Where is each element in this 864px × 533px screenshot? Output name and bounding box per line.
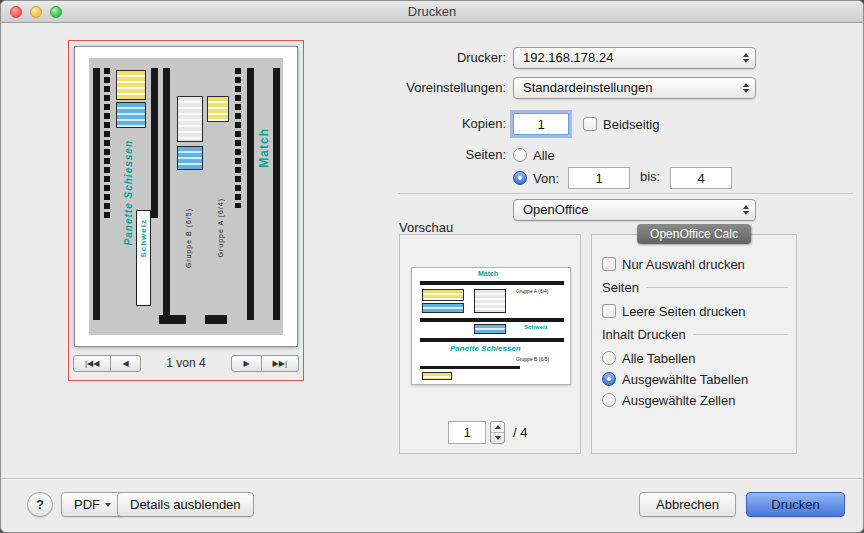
table-cells [116, 70, 146, 100]
close-button[interactable] [10, 6, 22, 18]
table-cells [422, 372, 452, 380]
calc-options-panel: OpenOffice Calc Nur Auswahl drucken Seit… [591, 234, 797, 454]
table-bar [235, 68, 241, 208]
table-bar [159, 315, 186, 324]
presets-select[interactable]: Standardeinstellungen [513, 77, 756, 99]
selected-sheets-radio[interactable] [602, 372, 616, 386]
table-cells [177, 146, 203, 170]
selected-cells-label: Ausgewählte Zellen [622, 393, 735, 408]
table-bar [420, 366, 520, 369]
first-page-button[interactable]: |◀◀ [73, 355, 111, 372]
table-cells [422, 303, 464, 313]
team-cell: Schweiz [136, 210, 151, 306]
help-button[interactable]: ? [27, 492, 53, 517]
pages-all-radio-row[interactable]: Alle [513, 146, 555, 164]
table-bar [420, 318, 564, 322]
empty-pages-checkbox[interactable] [602, 304, 616, 318]
preview-pagination: |◀◀ ◀ 1 von 4 ▶ ▶▶| [73, 355, 299, 372]
table-cells [474, 289, 506, 313]
popup-arrows-icon [743, 205, 749, 215]
hide-details-button[interactable]: Details ausblenden [117, 492, 254, 517]
selected-sheets-radio-row[interactable]: Ausgewählte Tabellen [602, 370, 748, 388]
sheet-team-text: Schweiz [524, 324, 548, 330]
table-bar [420, 281, 564, 285]
only-selection-checkbox[interactable] [602, 257, 616, 271]
popup-arrows-icon [743, 83, 749, 93]
empty-pages-label: Leere Seiten drucken [622, 304, 746, 319]
sheet-group-a-text: Gruppe A (6/4) [217, 198, 224, 258]
print-button[interactable]: Drucken [746, 492, 845, 517]
app-options-select-value: OpenOffice [523, 202, 589, 217]
chevron-down-icon [105, 503, 111, 507]
table-cells [422, 289, 464, 301]
sheet-team-text: Schweiz [139, 219, 148, 258]
empty-pages-checkbox-row[interactable]: Leere Seiten drucken [602, 302, 746, 320]
page-counter-label: 1 von 4 [166, 355, 205, 372]
vorschau-box: Match Gruppe A (6/4) Schweiz Panette Sch… [399, 234, 581, 454]
stepper-down-icon[interactable] [495, 436, 501, 440]
pages-range-radio[interactable] [513, 171, 527, 185]
sheet-group-b-text: Gruppe B (6/5) [516, 356, 549, 362]
duplex-checkbox[interactable] [583, 117, 597, 131]
pages-group-label-text: Seiten [602, 280, 639, 295]
sheet-title-text: Match [478, 270, 498, 277]
zoom-button[interactable] [50, 6, 62, 18]
selected-cells-radio-row[interactable]: Ausgewählte Zellen [602, 391, 735, 409]
duplex-checkbox-row[interactable]: Beidseitig [583, 115, 659, 133]
all-sheets-radio[interactable] [602, 351, 616, 365]
sheet-title-text: Match [257, 128, 271, 168]
calc-panel-title: OpenOffice Calc [637, 224, 751, 244]
popup-arrows-icon [743, 53, 749, 63]
pages-label: Seiten: [301, 144, 506, 166]
print-preview-thumbnail: Match Gruppe A (6/4) Schweiz Panette Sch… [411, 267, 571, 385]
app-options-select[interactable]: OpenOffice [513, 199, 756, 221]
pages-to-label: bis: [640, 169, 660, 184]
preview-page-input[interactable] [448, 421, 486, 444]
table-bar [420, 338, 564, 342]
pdf-menu-button[interactable]: PDF [61, 492, 124, 517]
cancel-button[interactable]: Abbrechen [639, 492, 736, 517]
footer-divider [1, 478, 863, 479]
only-selection-checkbox-row[interactable]: Nur Auswahl drucken [602, 255, 745, 273]
minimize-button[interactable] [30, 6, 42, 18]
selected-sheets-label: Ausgewählte Tabellen [622, 372, 748, 387]
pages-from-input[interactable] [568, 167, 630, 189]
copies-input[interactable] [513, 113, 569, 135]
table-bar [104, 68, 110, 218]
content-group-label-text: Inhalt Drucken [602, 327, 686, 342]
pages-group-label: Seiten [602, 280, 788, 295]
spreadsheet-preview-graphic: Panette Schiessen Gruppe A (6/4) Gruppe … [89, 58, 283, 335]
printer-label: Drucker: [301, 47, 506, 69]
sheet-subtitle-text: Panette Schiessen [123, 140, 134, 245]
vorschau-label: Vorschau [399, 220, 453, 235]
selected-cells-radio[interactable] [602, 393, 616, 407]
stepper-up-icon[interactable] [495, 425, 501, 429]
printer-select-value: 192.168.178.24 [523, 50, 613, 65]
title-bar[interactable]: Drucken [1, 1, 863, 23]
pages-all-radio[interactable] [513, 148, 527, 162]
all-sheets-radio-row[interactable]: Alle Tabellen [602, 349, 695, 367]
table-bar [151, 68, 158, 218]
pages-to-input[interactable] [670, 167, 732, 189]
pdf-menu-label: PDF [74, 497, 100, 512]
table-cells [177, 96, 203, 142]
last-page-button[interactable]: ▶▶| [262, 355, 299, 372]
table-cells [474, 324, 506, 334]
duplex-checkbox-label: Beidseitig [603, 117, 659, 132]
print-preview-page: Panette Schiessen Gruppe A (6/4) Gruppe … [74, 46, 298, 347]
table-bar [247, 68, 254, 320]
previous-page-button[interactable]: ◀ [111, 355, 140, 372]
window-title: Drucken [1, 1, 863, 22]
sheet-group-a-text: Gruppe A (6/4) [516, 288, 549, 294]
pages-range-radio-row[interactable]: Von: [513, 169, 559, 187]
table-bar [163, 68, 170, 320]
sheet-group-b-text: Gruppe B (6/5) [185, 208, 192, 268]
page-stepper[interactable] [490, 421, 505, 444]
printer-select[interactable]: 192.168.178.24 [513, 47, 756, 69]
section-divider [398, 193, 853, 194]
presets-select-value: Standardeinstellungen [523, 80, 652, 95]
next-page-button[interactable]: ▶ [231, 355, 261, 372]
content-group-label: Inhalt Drucken [602, 327, 788, 342]
copies-label: Kopien: [301, 113, 506, 135]
table-cells [116, 102, 146, 128]
